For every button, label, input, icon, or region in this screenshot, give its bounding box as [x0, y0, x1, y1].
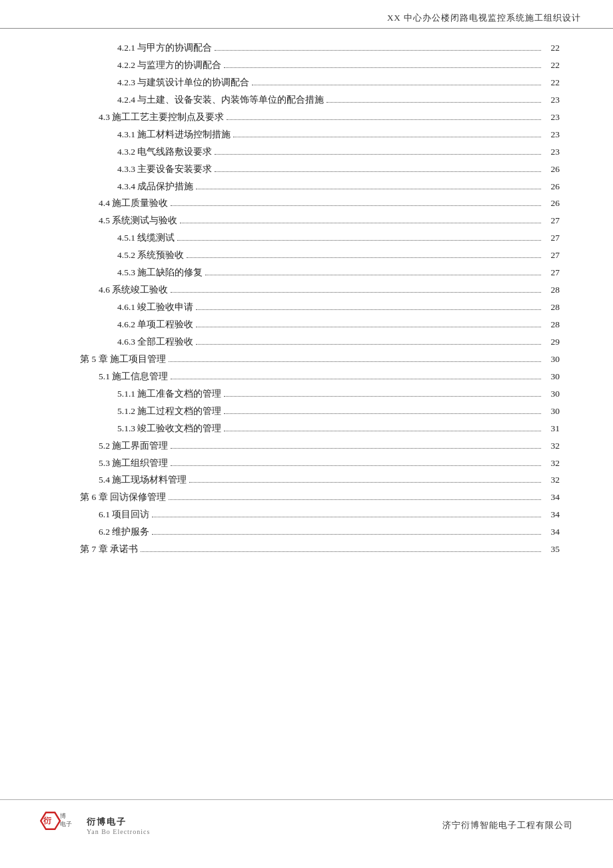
- toc-page: 34: [544, 490, 560, 505]
- toc-page: 26: [544, 196, 560, 211]
- toc-item: 第 5 章 施工项目管理 30: [80, 352, 560, 367]
- company-logo-icon: 衍 博 电子: [40, 809, 80, 841]
- toc-item: 4.2.2 与监理方的协调配合 22: [80, 58, 560, 73]
- toc-label: 4.5 系统测试与验收: [80, 213, 177, 229]
- toc-label: 4.4 施工质量验收: [80, 196, 168, 211]
- toc-label: 5.4 施工现场材料管理: [80, 473, 187, 488]
- toc-page: 26: [544, 162, 560, 177]
- toc-dots: [227, 119, 541, 120]
- toc-item: 4.3.2 电气线路敷设要求 23: [80, 145, 560, 160]
- toc-label: 5.3 施工组织管理: [80, 456, 168, 471]
- toc-label: 5.1.1 施工准备文档的管理: [80, 387, 221, 402]
- toc-page: 28: [544, 300, 560, 315]
- toc-label: 4.6 系统竣工验收: [80, 283, 168, 298]
- toc-page: 23: [544, 93, 560, 108]
- toc-dots: [169, 361, 541, 362]
- toc-dots: [196, 344, 541, 345]
- toc-label: 6.1 项目回访: [80, 507, 149, 523]
- toc-dots: [152, 534, 541, 535]
- toc-dots: [171, 379, 541, 379]
- toc-item: 第 7 章 承诺书 35: [80, 542, 560, 557]
- toc-item: 4.5.2 系统预验收 27: [80, 248, 560, 263]
- toc-item: 4.6.3 全部工程验收 29: [80, 335, 560, 350]
- toc-dots: [189, 482, 541, 483]
- toc-page: 35: [544, 542, 560, 557]
- table-of-contents: 4.2.1 与甲方的协调配合 22 4.2.2 与监理方的协调配合 22 4.2…: [0, 34, 613, 573]
- toc-label: 6.2 维护服务: [80, 525, 149, 540]
- toc-item: 第 6 章 回访保修管理 34: [80, 490, 560, 505]
- toc-item: 5.1 施工信息管理 30: [80, 369, 560, 385]
- toc-page: 31: [544, 421, 560, 437]
- toc-item: 6.1 项目回访 34: [80, 507, 560, 523]
- toc-dots: [152, 517, 541, 517]
- toc-page: 23: [544, 127, 560, 143]
- toc-item: 4.5.1 线缆测试 27: [80, 231, 560, 246]
- toc-item: 5.3 施工组织管理 32: [80, 456, 560, 471]
- toc-item: 5.1.1 施工准备文档的管理 30: [80, 387, 560, 402]
- toc-item: 4.6.2 单项工程验收 28: [80, 317, 560, 333]
- toc-dots: [171, 448, 541, 449]
- toc-page: 30: [544, 369, 560, 385]
- toc-label: 4.5.1 线缆测试: [80, 231, 175, 246]
- toc-page: 22: [544, 41, 560, 56]
- toc-item: 5.1.2 施工过程文档的管理 30: [80, 404, 560, 419]
- toc-label: 4.3.2 电气线路敷设要求: [80, 145, 212, 160]
- toc-page: 30: [544, 352, 560, 367]
- toc-item: 5.2 施工界面管理 32: [80, 439, 560, 454]
- toc-dots: [171, 465, 541, 466]
- toc-dots: [215, 154, 541, 155]
- toc-page: 30: [544, 387, 560, 402]
- toc-label: 4.3.3 主要设备安装要求: [80, 162, 212, 177]
- toc-item: 4.6 系统竣工验收 28: [80, 283, 560, 298]
- logo-english-name: Yan Bo Electronics: [87, 828, 150, 835]
- toc-dots: [196, 327, 541, 327]
- toc-page: 32: [544, 439, 560, 454]
- toc-label: 4.6.1 竣工验收申请: [80, 300, 193, 315]
- toc-page: 28: [544, 283, 560, 298]
- toc-page: 23: [544, 110, 560, 125]
- toc-page: 23: [544, 145, 560, 160]
- footer-company-name: 济宁衍博智能电子工程有限公司: [442, 819, 573, 831]
- svg-text:衍: 衍: [43, 816, 52, 825]
- toc-page: 22: [544, 58, 560, 73]
- toc-page: 27: [544, 248, 560, 263]
- toc-page: 34: [544, 525, 560, 540]
- toc-dots: [177, 240, 541, 241]
- toc-item: 4.5.3 施工缺陷的修复 27: [80, 265, 560, 281]
- toc-label: 4.3.1 施工材料进场控制措施: [80, 127, 231, 143]
- toc-label: 4.5.2 系统预验收: [80, 248, 184, 263]
- toc-label: 4.6.3 全部工程验收: [80, 335, 193, 350]
- toc-page: 34: [544, 507, 560, 523]
- toc-dots: [171, 292, 541, 293]
- page: XX 中心办公楼闭路电视监控系统施工组织设计 4.2.1 与甲方的协调配合 22…: [0, 0, 613, 868]
- toc-page: 27: [544, 265, 560, 281]
- toc-label: 第 5 章 施工项目管理: [80, 352, 166, 367]
- toc-dots: [215, 50, 541, 51]
- toc-label: 4.6.2 单项工程验收: [80, 317, 193, 333]
- toc-page: 27: [544, 213, 560, 229]
- logo-area: 衍 博 电子 衍博电子 Yan Bo Electronics: [40, 809, 150, 841]
- toc-page: 32: [544, 473, 560, 488]
- toc-item: 4.6.1 竣工验收申请 28: [80, 300, 560, 315]
- page-footer: 衍 博 电子 衍博电子 Yan Bo Electronics 济宁衍博智能电子工…: [0, 799, 613, 841]
- toc-dots: [233, 137, 541, 137]
- toc-page: 29: [544, 335, 560, 350]
- toc-dots: [196, 309, 541, 310]
- toc-dots: [252, 85, 541, 85]
- toc-item: 4.3.1 施工材料进场控制措施 23: [80, 127, 560, 143]
- toc-dots: [196, 189, 541, 189]
- toc-dots: [171, 205, 541, 206]
- toc-item: 4.2.1 与甲方的协调配合 22: [80, 41, 560, 56]
- toc-label: 4.3 施工工艺主要控制点及要求: [80, 110, 224, 125]
- toc-item: 4.5 系统测试与验收 27: [80, 213, 560, 229]
- toc-item: 4.2.4 与土建、设备安装、内装饰等单位的配合措施 23: [80, 93, 560, 108]
- toc-label: 5.1.3 竣工验收文档的管理: [80, 421, 221, 437]
- toc-label: 第 7 章 承诺书: [80, 542, 138, 557]
- header-title: XX 中心办公楼闭路电视监控系统施工组织设计: [387, 12, 581, 24]
- page-header: XX 中心办公楼闭路电视监控系统施工组织设计: [0, 0, 613, 29]
- svg-text:电子: 电子: [60, 821, 72, 827]
- toc-dots: [215, 171, 541, 172]
- toc-dots: [169, 499, 541, 500]
- toc-dots: [224, 431, 541, 431]
- toc-item: 4.4 施工质量验收 26: [80, 196, 560, 211]
